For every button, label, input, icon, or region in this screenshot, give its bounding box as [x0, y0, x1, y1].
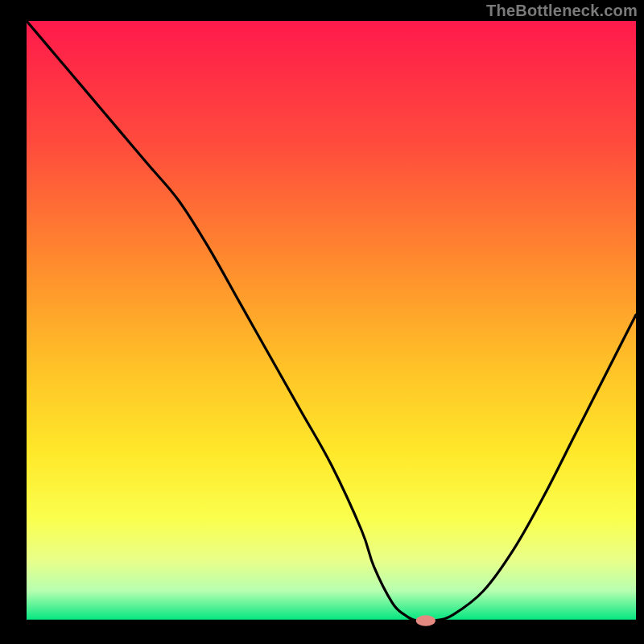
- optimal-marker: [416, 615, 436, 625]
- plot-background: [27, 21, 636, 621]
- bottleneck-chart: [0, 0, 644, 644]
- chart-frame: { "watermark": "TheBottleneck.com", "col…: [0, 0, 644, 644]
